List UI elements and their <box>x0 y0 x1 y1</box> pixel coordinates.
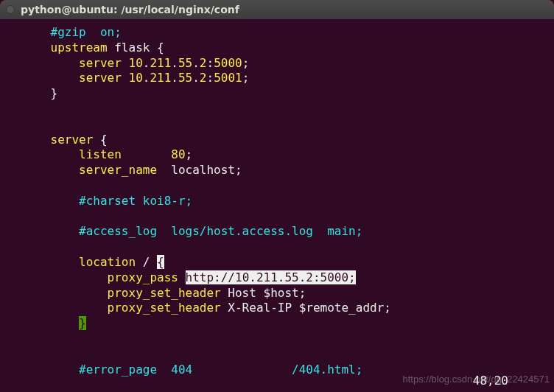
code-text: / <box>143 255 150 269</box>
code-number: 80 <box>171 147 185 161</box>
code-text <box>22 133 51 147</box>
code-text: X-Real-IP $remote_addr; <box>221 301 391 315</box>
code-number: 55 <box>178 56 192 70</box>
code-text: . <box>192 71 200 85</box>
code-keyword: upstream <box>51 41 108 55</box>
code-brace: } <box>51 86 58 100</box>
cursor: } <box>79 316 86 330</box>
code-number: 2 <box>200 71 207 85</box>
code-selection: http://10.211.55.2:5000; <box>186 270 356 284</box>
code-number: 10 <box>129 71 143 85</box>
watermark-text: https://blog.csdn.net/qq_22424571 <box>403 374 550 385</box>
code-keyword: location <box>79 255 136 269</box>
code-text: . <box>143 71 150 85</box>
code-text: . <box>171 56 178 70</box>
code-text <box>122 56 129 70</box>
window-title: python@ubuntu: /usr/local/nginx/conf <box>21 4 239 15</box>
code-text <box>22 41 51 55</box>
code-text <box>122 147 171 161</box>
code-number: 55 <box>178 71 192 85</box>
code-keyword: proxy_set_header <box>108 301 221 315</box>
code-keyword: server <box>79 71 122 85</box>
code-text <box>22 163 79 177</box>
code-text <box>22 286 108 300</box>
code-number: 10 <box>129 56 143 70</box>
code-keyword: server_name <box>79 163 157 177</box>
code-brace: { <box>100 133 108 147</box>
code-text <box>93 133 100 147</box>
code-text <box>150 255 157 269</box>
code-text: . <box>192 56 200 70</box>
code-text: ; <box>242 56 250 70</box>
code-text: : <box>207 71 214 85</box>
code-brace: { <box>157 41 164 55</box>
code-text <box>22 255 79 269</box>
code-text: ; <box>242 71 250 85</box>
code-number: 211 <box>150 56 171 70</box>
code-text <box>22 301 108 315</box>
code-number: 5000 <box>214 56 242 70</box>
code-keyword: server <box>79 56 122 70</box>
code-text <box>136 255 143 269</box>
code-text <box>22 71 79 85</box>
code-text <box>22 86 51 100</box>
code-text <box>22 56 79 70</box>
code-text: flask <box>108 41 157 55</box>
code-text: localhost; <box>157 163 242 177</box>
code-text <box>22 270 108 284</box>
code-text: . <box>171 71 178 85</box>
code-text: . <box>143 56 150 70</box>
code-keyword: server <box>51 133 94 147</box>
code-number: 5001 <box>214 71 242 85</box>
terminal-content[interactable]: #gzip on; upstream flask { server 10.211… <box>0 19 554 377</box>
code-number: 2 <box>200 56 207 70</box>
code-text: Host $host; <box>221 286 306 300</box>
close-icon[interactable] <box>6 5 15 14</box>
code-comment: #charset koi8-r; <box>22 194 192 208</box>
code-text <box>122 71 129 85</box>
code-keyword: listen <box>79 147 122 161</box>
code-comment: #gzip on; <box>22 25 122 39</box>
code-text: : <box>207 56 214 70</box>
code-brace-match: { <box>157 255 164 269</box>
code-number: 211 <box>150 71 171 85</box>
code-comment: #access_log logs/host.access.log main; <box>22 224 362 238</box>
code-comment: #error_page 404 /404.html; <box>22 363 362 377</box>
code-text: ; <box>186 147 193 161</box>
code-keyword: proxy_pass <box>108 270 178 284</box>
code-keyword: proxy_set_header <box>108 286 221 300</box>
window-titlebar: python@ubuntu: /usr/local/nginx/conf <box>0 0 554 19</box>
code-text <box>22 316 79 330</box>
code-text <box>178 270 186 284</box>
code-text <box>22 147 79 161</box>
